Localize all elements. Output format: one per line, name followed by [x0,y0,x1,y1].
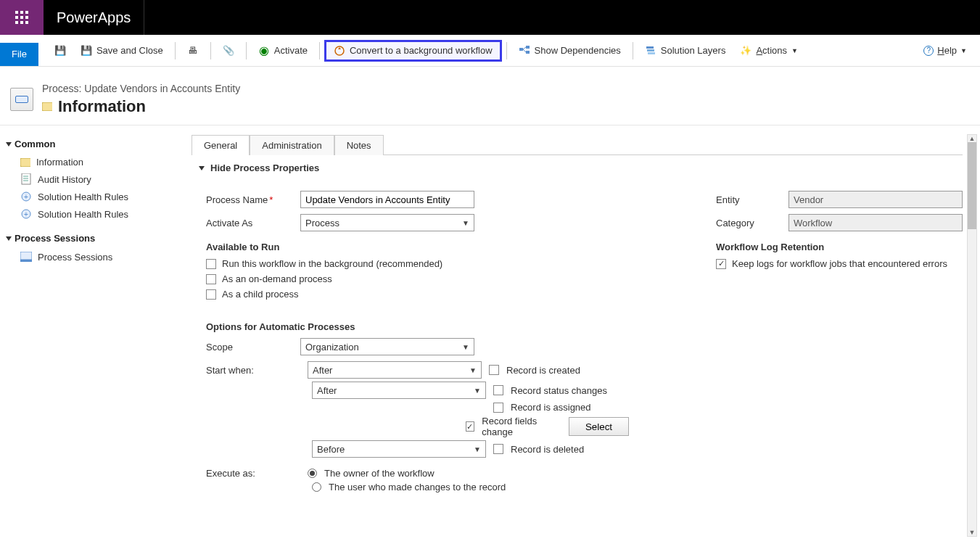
solution-layers-button[interactable]: Solution Layers [638,40,733,62]
svg-text:+: + [24,210,28,218]
chevron-down-icon [6,236,12,241]
left-column: Process Name* Activate As Process ▼ Avai… [206,185,629,495]
convert-label: Convert to a background workflow [350,45,493,56]
app-launcher[interactable] [0,0,44,35]
log-retention-header: Workflow Log Retention [716,242,963,252]
svg-rect-11 [20,158,30,167]
chevron-down-icon [199,166,205,170]
svg-rect-10 [42,102,52,111]
tab-notes[interactable]: Notes [334,135,384,155]
start-when-value-2: After [317,385,337,396]
activate-as-select[interactable]: Process ▼ [300,214,474,231]
process-name-label: Process Name* [206,194,300,205]
workflow-convert-icon [334,45,345,57]
scroll-down-icon[interactable]: ▼ [968,527,976,537]
convert-to-background-button[interactable]: Convert to a background workflow [324,40,502,62]
process-large-icon [10,88,33,111]
svg-rect-8 [647,49,654,51]
svg-rect-3 [526,46,530,49]
scope-select[interactable]: Organization ▼ [300,338,474,355]
save-close-icon: 💾 [81,45,92,57]
sidebar-item-label: Information [36,157,83,168]
ribbon: File 💾 💾 Save and Close 🖶 📎 ◉ Activate C… [0,35,980,67]
actions-button[interactable]: ✨ Actions ▼ [733,40,805,62]
chk-record-created[interactable] [489,365,499,375]
chk-on-demand[interactable] [206,274,216,284]
scrollbar-thumb[interactable] [968,142,976,229]
show-dependencies-label: Show Dependencies [535,45,621,56]
chevron-down-icon: ▼ [474,445,481,453]
help-icon: ? [923,46,934,56]
options-header: Options for Automatic Processes [206,321,629,332]
radio-user[interactable] [312,482,321,492]
print-button[interactable]: 🖶 [180,40,206,62]
sidebar-item-information[interactable]: Information [6,154,168,170]
chk-record-assigned[interactable] [493,403,503,413]
sidebar-item-label: Solution Health Rules [38,191,128,202]
right-column: Entity Category Workflow Log Retention K… [716,185,963,273]
chevron-down-icon: ▼ [960,47,967,54]
process-small-icon [42,102,52,112]
tab-administration[interactable]: Administration [250,135,334,155]
app-title: PowerApps [44,0,144,35]
chevron-down-icon: ▼ [462,343,469,351]
activate-label: Activate [274,45,308,56]
start-when-select-1[interactable]: After ▼ [308,361,482,379]
page-title: Information [58,97,146,116]
body: Common Information Audit History + Solut… [0,125,980,544]
sidebar-sessions-label: Process Sessions [15,233,95,244]
start-when-select-2[interactable]: After ▼ [312,382,486,399]
chk-record-status[interactable] [493,385,503,395]
record-status-label: Record status changes [511,385,607,396]
attach-button[interactable]: 📎 [215,40,242,62]
sidebar-item-audit-history[interactable]: Audit History [6,170,168,188]
sidebar-section-sessions[interactable]: Process Sessions [6,233,168,244]
sidebar-item-label: Audit History [38,174,91,185]
show-dependencies-button[interactable]: Show Dependencies [511,40,628,62]
actions-label: Actions [756,45,787,56]
record-deleted-label: Record is deleted [511,444,584,455]
chk-child-process[interactable] [206,289,216,300]
execute-as-label: Execute as: [206,468,300,479]
sidebar: Common Information Audit History + Solut… [0,125,174,544]
save-and-close-button[interactable]: 💾 Save and Close [73,40,170,62]
sidebar-item-process-sessions[interactable]: Process Sessions [6,248,168,265]
page-header: Process: Update Vendors in Accounts Enti… [0,67,980,125]
chevron-down-icon: ▼ [474,387,481,395]
run-background-label: Run this workflow in the background (rec… [222,258,442,269]
chk-run-background[interactable] [206,259,216,269]
file-tab[interactable]: File [0,43,38,66]
solution-layers-label: Solution Layers [661,45,726,56]
chevron-down-icon: ▼ [462,219,469,227]
hide-properties-label: Hide Process Properties [210,162,319,173]
wand-icon: ✨ [740,45,752,57]
sidebar-item-label: Solution Health Rules [38,209,128,220]
chk-record-fields[interactable] [466,421,475,432]
svg-rect-7 [646,46,654,49]
sidebar-item-solution-health-1[interactable]: + Solution Health Rules [6,188,168,205]
radio-owner[interactable] [308,469,317,478]
waffle-icon [15,11,28,24]
chk-keep-logs[interactable] [716,259,726,269]
select-fields-button[interactable]: Select [569,417,629,436]
activate-button[interactable]: ◉ Activate [251,40,315,62]
hide-properties-toggle[interactable]: Hide Process Properties [199,162,963,173]
svg-rect-4 [526,51,530,54]
start-when-select-3[interactable]: Before ▼ [312,440,486,458]
process-name-input[interactable] [300,191,474,208]
tab-general[interactable]: General [192,135,250,155]
main-content: ▲ ▼ General Administration Notes Hide Pr… [174,125,980,544]
help-button[interactable]: ? Help ▼ [916,45,974,56]
print-icon: 🖶 [187,45,199,57]
save-icon: 💾 [54,45,66,57]
save-icon-button[interactable]: 💾 [47,40,73,62]
app-header: PowerApps [0,0,980,35]
tabs: General Administration Notes [192,134,963,155]
sidebar-item-solution-health-2[interactable]: + Solution Health Rules [6,205,168,223]
chk-record-deleted[interactable] [493,444,503,454]
svg-rect-9 [648,52,655,54]
layers-icon [645,45,656,57]
sidebar-section-common[interactable]: Common [6,139,168,149]
svg-rect-20 [20,252,32,260]
scrollbar[interactable]: ▲ ▼ [967,134,977,537]
